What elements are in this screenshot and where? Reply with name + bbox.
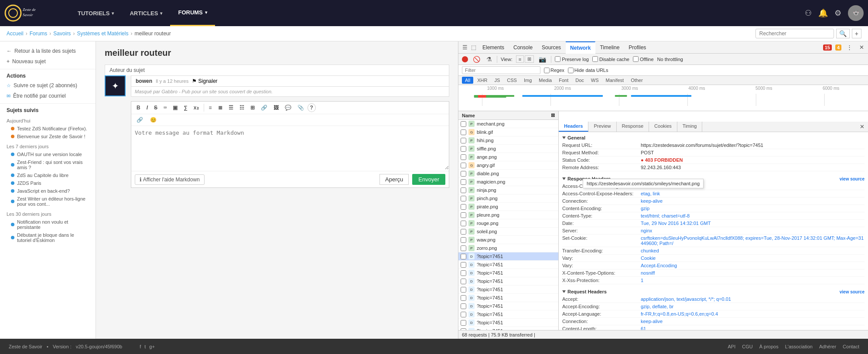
net-checkbox[interactable] — [461, 129, 466, 135]
footer-link-apropos[interactable]: À propos — [759, 344, 779, 349]
type-ws[interactable]: WS — [588, 77, 602, 84]
follow-link[interactable]: ☆ Suivre ce sujet (2 abonnés) — [0, 80, 96, 91]
message-input[interactable] — [131, 126, 449, 170]
footer-link-adherer[interactable]: Adhérer — [819, 344, 836, 349]
network-list-item[interactable]: Phihi.png — [458, 136, 558, 145]
type-manifest[interactable]: Manifest — [603, 77, 627, 84]
smiley-btn-1[interactable]: 🔗 — [134, 116, 146, 124]
twitter-icon[interactable]: t — [144, 344, 146, 349]
network-list-item[interactable]: D?topic=7451 — [458, 319, 558, 327]
tab-elements[interactable]: Elements — [478, 41, 509, 54]
regex-checkbox[interactable] — [544, 68, 550, 73]
network-list-item[interactable]: Pdiable.png — [458, 170, 558, 178]
net-checkbox[interactable] — [461, 121, 466, 127]
detail-tab-cookies[interactable]: Cookies — [649, 122, 677, 132]
devtools-close-icon[interactable]: ✕ — [858, 43, 866, 51]
type-other[interactable]: Other — [628, 77, 646, 84]
detail-tab-response[interactable]: Response — [617, 122, 649, 132]
tab-timeline[interactable]: Timeline — [595, 41, 624, 54]
detail-tab-timing[interactable]: Timing — [677, 122, 703, 132]
type-doc[interactable]: Doc — [572, 77, 587, 84]
sidebar-month-1[interactable]: Débutant je bloque dans le tutoriel d'Es… — [0, 231, 96, 244]
tab-network[interactable]: Network — [566, 41, 595, 54]
nav-forums[interactable]: FORUMS ▾ — [170, 0, 215, 26]
network-list-item[interactable]: Prouge.png — [458, 219, 558, 228]
net-checkbox[interactable] — [461, 295, 466, 301]
image-button[interactable]: 🖼 — [271, 103, 281, 112]
envoyer-button[interactable]: Envoyer — [412, 174, 445, 185]
subscript-button[interactable]: x₂ — [191, 103, 202, 112]
net-checkbox[interactable] — [461, 279, 466, 284]
list-ol-button[interactable]: ☷ — [237, 103, 247, 112]
sidebar-week-2[interactable]: ZdS au Capitole du libre — [0, 171, 96, 179]
code-button[interactable]: ⌨ — [161, 103, 169, 112]
grid-view-button[interactable]: ⊞ — [525, 55, 534, 63]
breadcrumb-accueil[interactable]: Accueil — [7, 31, 24, 37]
report-button[interactable]: ⚑ Signaler — [192, 78, 217, 84]
regex-option[interactable]: Regex — [544, 68, 564, 73]
notification-icon[interactable]: ⚇ — [805, 8, 812, 18]
devtools-menu-icon[interactable]: ☰ — [461, 43, 469, 51]
sidebar-week-0[interactable]: OAUTH sur une version locale — [0, 150, 96, 158]
request-headers-header[interactable]: Request Headers view source — [562, 288, 865, 296]
network-list-item[interactable]: Gangry.gif — [458, 161, 558, 170]
view-source-link[interactable]: view source — [840, 177, 865, 181]
network-list-item[interactable]: Pmechant.png — [458, 120, 558, 128]
googleplus-icon[interactable]: g+ — [149, 344, 155, 349]
nav-tutoriels[interactable]: TUTORIELS ▾ — [70, 0, 122, 26]
preserve-log-checkbox[interactable] — [555, 56, 560, 62]
math-button[interactable]: ∑ — [181, 103, 190, 112]
hide-data-urls-option[interactable]: Hide data URLs — [568, 68, 608, 73]
net-checkbox[interactable] — [461, 262, 466, 268]
help-button[interactable]: ? — [308, 103, 316, 112]
footer-link-contact[interactable]: Contact — [843, 344, 859, 349]
network-list-item[interactable]: D?topic=7451 — [458, 269, 558, 277]
detail-close-button[interactable]: ✕ — [856, 122, 868, 132]
sidebar-week-3[interactable]: JZDS Paris — [0, 179, 96, 187]
network-list-item[interactable]: D?topic=7451 — [458, 310, 558, 319]
net-checkbox[interactable] — [461, 163, 466, 168]
detail-tab-headers[interactable]: Headers — [559, 122, 588, 132]
bell-icon[interactable]: 🔔 — [818, 8, 828, 18]
record-button[interactable] — [462, 56, 468, 62]
screenshot-button[interactable]: 📷 — [537, 56, 547, 63]
list-view-button[interactable]: ≡ — [516, 55, 524, 63]
net-checkbox[interactable] — [461, 312, 466, 317]
author-name[interactable]: bowen — [136, 78, 152, 84]
sidebar-item-0[interactable]: Testez ZdS Notificateur (Firefox). — [0, 125, 96, 133]
type-xhr[interactable]: XHR — [474, 77, 490, 84]
new-topic-link[interactable]: + Nouveau sujet — [0, 56, 96, 67]
net-checkbox[interactable] — [461, 221, 466, 226]
devtools-more-icon[interactable]: ⋮ — [845, 43, 854, 51]
link-button[interactable]: 🔗 — [258, 103, 270, 112]
add-button[interactable]: + — [852, 29, 861, 38]
net-checkbox[interactable] — [461, 303, 466, 309]
network-list-item[interactable]: Ppirate.png — [458, 203, 558, 211]
offline-checkbox[interactable] — [633, 56, 639, 62]
sidebar-week-5[interactable]: Zest Writer un éditeur hors-ligne pour v… — [0, 195, 96, 208]
sidebar-week-1[interactable]: Zest-Friend : qui sont vos vrais amis ? — [0, 158, 96, 171]
network-list-item[interactable]: D?topic=7451 — [458, 286, 558, 294]
footer-link-api[interactable]: API — [728, 344, 735, 349]
align-left-button[interactable]: ≡ — [206, 103, 215, 112]
network-list-item[interactable]: Pzorro.png — [458, 244, 558, 252]
speech-button[interactable]: 💬 — [282, 103, 294, 112]
attachment-button[interactable]: 📎 — [295, 103, 307, 112]
type-font[interactable]: Font — [556, 77, 571, 84]
view-source-link2[interactable]: view source — [840, 289, 865, 294]
avatar[interactable]: 🐨 — [848, 5, 864, 21]
search-input[interactable] — [755, 29, 834, 38]
network-list-item[interactable]: D?topic=7451 — [458, 294, 558, 302]
align-right-button[interactable]: ≣ — [215, 103, 225, 112]
net-checkbox[interactable] — [461, 154, 466, 160]
block-button[interactable]: ▣ — [170, 103, 180, 112]
back-link[interactable]: ← Retour à la liste des sujets — [0, 46, 96, 56]
net-checkbox[interactable] — [461, 254, 466, 259]
list-ul-button[interactable]: ☰ — [226, 103, 236, 112]
type-js[interactable]: JS — [491, 77, 503, 84]
filter-icon[interactable]: ⚗ — [485, 56, 493, 63]
site-logo[interactable]: Zeste de Savoir — [4, 2, 61, 24]
net-checkbox[interactable] — [461, 138, 466, 143]
sidebar-item-1[interactable]: Bienvenue sur Zeste de Savoir ! — [0, 133, 96, 140]
net-checkbox[interactable] — [461, 196, 466, 201]
